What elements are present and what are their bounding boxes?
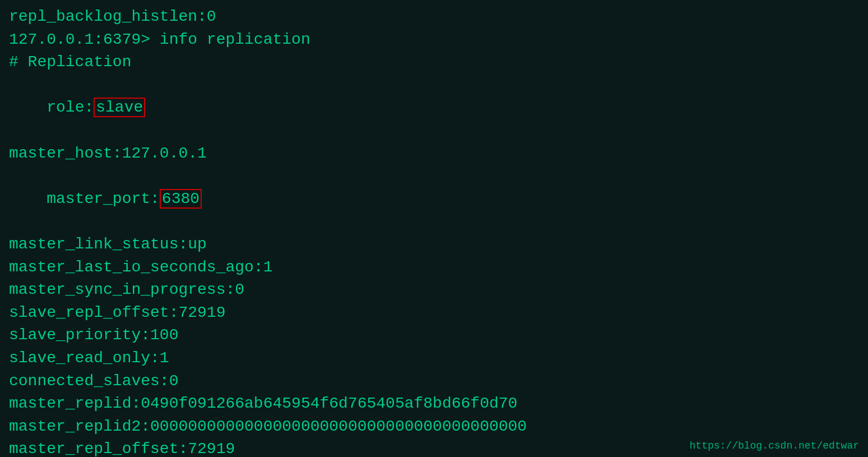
line-role: role:slave — [9, 74, 859, 142]
line-master-host: master_host:127.0.0.1 — [9, 142, 859, 165]
line-master-sync: master_sync_in_progress:0 — [9, 279, 859, 302]
line-slave-readonly: slave_read_only:1 — [9, 347, 859, 370]
role-label: role: — [47, 99, 94, 116]
watermark: https://blog.csdn.net/edtwar — [690, 440, 859, 451]
line-master-port: master_port:6380 — [9, 165, 859, 233]
line-connected: connected_slaves:0 — [9, 370, 859, 393]
line-replid2: master_replid2:0000000000000000000000000… — [9, 416, 859, 438]
line-slave-priority: slave_priority:100 — [9, 324, 859, 347]
line-prompt: 127.0.0.1:6379> info replication — [9, 29, 859, 52]
master-port-value-highlight: 6380 — [160, 189, 202, 209]
line-master-io: master_last_io_seconds_ago:1 — [9, 256, 859, 279]
line-replid: master_replid:0490f091266ab645954f6d7654… — [9, 393, 859, 416]
role-value-highlight: slave — [94, 98, 145, 117]
line-slave-offset: slave_repl_offset:72919 — [9, 302, 859, 325]
line-master-link: master_link_status:up — [9, 233, 859, 256]
terminal-window: repl_backlog_histlen:0 127.0.0.1:6379> i… — [0, 0, 868, 457]
line-section: # Replication — [9, 51, 859, 74]
line-prev: repl_backlog_histlen:0 — [9, 6, 859, 29]
master-port-label: master_port: — [47, 190, 160, 207]
